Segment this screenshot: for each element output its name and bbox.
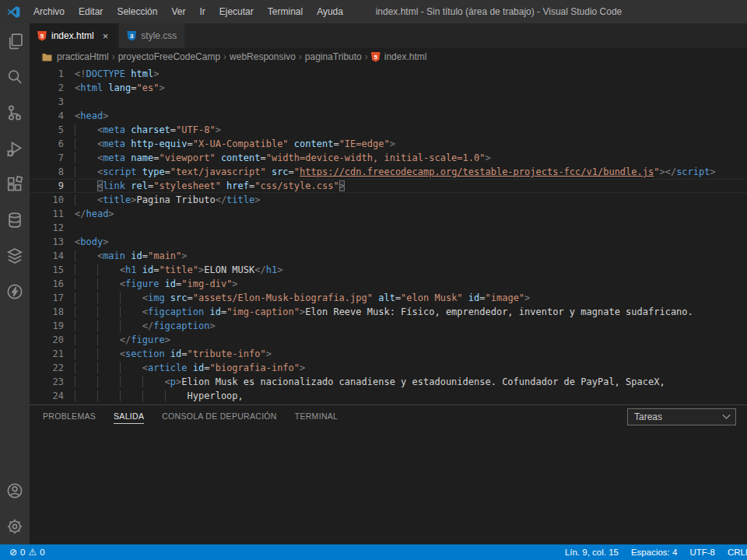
tab-index-html[interactable]: 5index.html× xyxy=(30,23,118,48)
code-line[interactable]: 16 <figure id="img-div"> xyxy=(30,277,747,291)
code-token: link xyxy=(103,180,125,191)
tab-label: index.html xyxy=(51,30,94,41)
breadcrumb-item-paginatributo[interactable]: paginaTributo xyxy=(305,51,362,62)
problems-status[interactable]: ⊘ 0 ⚠ 0 xyxy=(6,544,48,560)
code-token: < xyxy=(142,362,148,373)
code-line[interactable]: 20 </figure> xyxy=(30,333,747,347)
code-line[interactable]: 17 <img src="assets/Elon-Musk-biografia.… xyxy=(30,291,747,305)
code-line[interactable]: 6 <meta http-equiv="X-UA-Compatible" con… xyxy=(30,137,747,151)
code-token: = xyxy=(333,138,338,149)
code-line[interactable]: 18 <figcaption id="img-caption">Elon Ree… xyxy=(30,305,747,319)
indent-guide xyxy=(120,390,142,401)
indent-guide xyxy=(75,194,97,205)
layers-icon[interactable] xyxy=(0,238,30,274)
code-line[interactable]: 3 xyxy=(30,95,747,109)
menu-item-ejecutar[interactable]: Ejecutar xyxy=(212,0,261,23)
close-icon[interactable]: × xyxy=(100,30,111,42)
extensions-icon[interactable] xyxy=(0,166,30,202)
bottom-panel: PROBLEMASSALIDACONSOLA DE DEPURACIÓNTERM… xyxy=(30,404,747,544)
account-icon[interactable] xyxy=(0,473,30,509)
code-line[interactable]: 2<html lang="es"> xyxy=(30,81,747,95)
panel-tab-bar: PROBLEMASSALIDACONSOLA DE DEPURACIÓNTERM… xyxy=(30,405,747,429)
line-content: <main id="main"> xyxy=(75,249,188,263)
menu-item-ayuda[interactable]: Ayuda xyxy=(310,0,350,23)
line-content: <meta http-equiv="X-UA-Compatible" conte… xyxy=(75,137,395,151)
code-token: Elon Reeve Musk: Físico, emprendedor, in… xyxy=(305,306,693,317)
database-icon[interactable] xyxy=(0,202,30,238)
code-line[interactable]: 8 <script type="text/javascript" src="ht… xyxy=(30,165,747,179)
code-token: content xyxy=(216,152,261,163)
breadcrumb-item-index-html[interactable]: index.html xyxy=(384,51,427,62)
code-line[interactable]: 5 <meta charset="UTF-8"> xyxy=(30,123,747,137)
indent-guide xyxy=(75,124,97,135)
panel-tab-terminal[interactable]: TERMINAL xyxy=(295,405,338,429)
code-line[interactable]: 19 </figcaption> xyxy=(30,319,747,333)
breadcrumb-item-webresponsivo[interactable]: webResponsivo xyxy=(230,51,296,62)
code-line[interactable]: 22 <article id="biografia-info"> xyxy=(30,361,747,375)
code-line[interactable]: 1<!DOCTYPE html> xyxy=(30,67,747,81)
status-cursor-position[interactable]: Lín. 9, col. 15 xyxy=(559,544,625,560)
activity-bar xyxy=(0,23,30,544)
code-token: head xyxy=(80,110,103,121)
code-token: > xyxy=(277,264,282,275)
code-line[interactable]: 12 xyxy=(30,221,747,235)
panel-tab-consola-de-depuraci-n[interactable]: CONSOLA DE DEPURACIÓN xyxy=(162,405,277,429)
tasks-dropdown[interactable]: Tareas xyxy=(627,408,736,425)
code-line[interactable]: 13<body> xyxy=(30,235,747,249)
code-line[interactable]: 15 <h1 id="title">ELON MUSK</h1> xyxy=(30,263,747,277)
code-line[interactable]: 4<head> xyxy=(30,109,747,123)
indent-guide xyxy=(120,362,142,373)
code-token: < xyxy=(165,376,170,387)
code-token: "image" xyxy=(486,292,525,303)
breadcrumb-item-proyectofreecodecamp[interactable]: proyectoFreeCodeCamp xyxy=(118,51,220,62)
code-editor[interactable]: 1<!DOCTYPE html>2<html lang="es">34<head… xyxy=(30,65,747,404)
line-number: 13 xyxy=(30,235,64,249)
line-content: <figure id="img-div"> xyxy=(75,277,238,291)
panel-tab-problemas[interactable]: PROBLEMAS xyxy=(43,405,96,429)
code-token: section xyxy=(125,348,165,359)
line-content: <article id="biografia-info"> xyxy=(75,361,305,375)
menu-item-editar[interactable]: Editar xyxy=(72,0,110,23)
error-count: 0 xyxy=(20,548,25,557)
indent-guide xyxy=(75,334,97,345)
indent-guide xyxy=(75,152,97,163)
line-content: <meta charset="UTF-8"> xyxy=(75,123,221,137)
code-line[interactable]: 23 <p>Elion Musk es nacionalizado canadi… xyxy=(30,375,747,389)
code-token: "img-caption" xyxy=(226,306,300,317)
status-eol[interactable]: CRLF xyxy=(721,544,747,560)
menu-item-terminal[interactable]: Terminal xyxy=(261,0,310,23)
code-line[interactable]: 11</head> xyxy=(30,207,747,221)
thunder-client-icon[interactable] xyxy=(0,274,30,310)
code-token: </ xyxy=(254,264,265,275)
code-token: article xyxy=(148,362,188,373)
code-token: name xyxy=(125,152,153,163)
panel-tab-salida[interactable]: SALIDA xyxy=(114,405,144,429)
menu-item-selecci-n[interactable]: Selección xyxy=(110,0,164,23)
code-line[interactable]: 9 <link rel="stylesheet" href="css/style… xyxy=(30,179,747,193)
code-line[interactable]: 10 <title>Pagina Tributo</title> xyxy=(30,193,747,207)
code-line[interactable]: 7 <meta name="viewport" content="width=d… xyxy=(30,151,747,165)
status-encoding[interactable]: UTF-8 xyxy=(683,544,721,560)
menu-item-ver[interactable]: Ver xyxy=(164,0,192,23)
code-token: figure xyxy=(131,334,164,345)
code-token: ELON MUSK xyxy=(204,264,254,275)
status-indentation[interactable]: Espacios: 4 xyxy=(625,544,683,560)
settings-gear-icon[interactable] xyxy=(0,509,30,544)
line-content: <p>Elion Musk es nacionalizado canadiens… xyxy=(75,375,665,389)
code-line[interactable]: 21 <section id="tribute-info"> xyxy=(30,347,747,361)
explorer-icon[interactable] xyxy=(0,23,30,59)
code-token: < xyxy=(120,348,125,359)
output-panel-content[interactable] xyxy=(30,429,747,544)
line-content: <link rel="stylesheet" href="css/style.c… xyxy=(75,179,345,193)
search-icon[interactable] xyxy=(0,59,30,95)
run-debug-icon[interactable] xyxy=(0,131,30,166)
code-token: = xyxy=(188,138,193,149)
code-line[interactable]: 14 <main id="main"> xyxy=(30,249,747,263)
source-control-icon[interactable] xyxy=(0,95,30,131)
menu-item-archivo[interactable]: Archivo xyxy=(26,0,72,23)
menu-item-ir[interactable]: Ir xyxy=(192,0,212,23)
code-token: < xyxy=(120,264,125,275)
tab-style-css[interactable]: 3style.css xyxy=(119,23,184,48)
code-line[interactable]: 24 Hyperloop, xyxy=(30,389,747,403)
breadcrumb-item-practicahtml[interactable]: practicaHtml xyxy=(57,51,109,62)
